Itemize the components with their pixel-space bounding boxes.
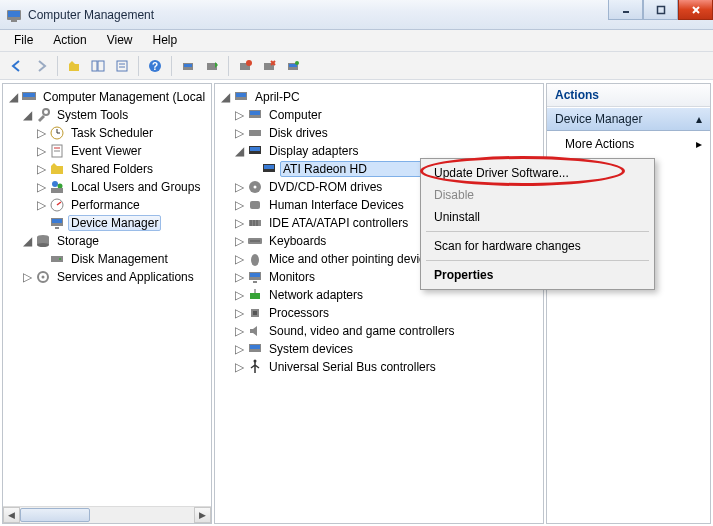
menu-file[interactable]: File <box>4 30 43 51</box>
scope-tree[interactable]: ◢ Computer Management (Local ◢ System To… <box>3 84 211 290</box>
svg-point-47 <box>59 258 61 260</box>
scan-hardware-button[interactable] <box>177 55 199 77</box>
expander-icon[interactable]: ▷ <box>233 127 245 139</box>
menu-action[interactable]: Action <box>43 30 96 51</box>
tools-icon <box>35 107 51 123</box>
tree-label: Processors <box>266 305 332 321</box>
svg-rect-72 <box>250 293 260 299</box>
scroll-right-button[interactable]: ▶ <box>194 507 211 523</box>
expander-icon[interactable]: ◢ <box>7 91 19 103</box>
tree-root-computer-management[interactable]: ◢ Computer Management (Local <box>5 88 211 106</box>
tree-item-disk-management[interactable]: Disk Management <box>5 250 211 268</box>
ctx-separator <box>426 260 649 261</box>
tree-item-shared-folders[interactable]: ▷ Shared Folders <box>5 160 211 178</box>
svg-rect-56 <box>250 147 260 151</box>
expander-icon[interactable]: ▷ <box>233 361 245 373</box>
tree-label: Task Scheduler <box>68 125 156 141</box>
disk-drive-icon <box>247 125 263 141</box>
svg-rect-77 <box>250 345 260 349</box>
expander-icon[interactable]: ◢ <box>219 91 231 103</box>
body-area: ◢ Computer Management (Local ◢ System To… <box>0 80 713 526</box>
ctx-update-driver[interactable]: Update Driver Software... <box>424 162 651 184</box>
scroll-track[interactable] <box>20 507 194 523</box>
scroll-left-button[interactable]: ◀ <box>3 507 20 523</box>
storage-icon <box>35 233 51 249</box>
help-button[interactable]: ? <box>144 55 166 77</box>
tree-item-system-devices[interactable]: ▷ System devices <box>217 340 543 358</box>
expander-icon[interactable]: ▷ <box>233 307 245 319</box>
tree-item-processors[interactable]: ▷ Processors <box>217 304 543 322</box>
h-scrollbar[interactable]: ◀ ▶ <box>3 506 211 523</box>
up-button[interactable] <box>63 55 85 77</box>
tree-item-event-viewer[interactable]: ▷ Event Viewer <box>5 142 211 160</box>
tree-label: Local Users and Groups <box>68 179 203 195</box>
event-viewer-icon <box>49 143 65 159</box>
disable-button[interactable] <box>258 55 280 77</box>
update-driver-button[interactable] <box>201 55 223 77</box>
tree-root-pc[interactable]: ◢ April-PC <box>217 88 543 106</box>
device-tree-panel: ◢ April-PC ▷ Computer ▷ Disk drives ◢ <box>214 83 544 524</box>
tree-label: Sound, video and game controllers <box>266 323 457 339</box>
expander-icon[interactable]: ▷ <box>233 289 245 301</box>
tree-item-computer[interactable]: ▷ Computer <box>217 106 543 124</box>
uninstall-button[interactable] <box>234 55 256 77</box>
expander-icon[interactable]: ▷ <box>233 343 245 355</box>
expander-icon[interactable]: ▷ <box>21 271 33 283</box>
expander-icon[interactable]: ▷ <box>233 109 245 121</box>
tree-item-sound[interactable]: ▷ Sound, video and game controllers <box>217 322 543 340</box>
expander-icon[interactable]: ▷ <box>233 325 245 337</box>
svg-point-45 <box>37 243 49 247</box>
ctx-disable[interactable]: Disable <box>424 184 651 206</box>
expander-icon[interactable]: ▷ <box>233 271 245 283</box>
expander-icon[interactable]: ▷ <box>233 253 245 265</box>
tree-item-usb[interactable]: ▷ Universal Serial Bus controllers <box>217 358 543 376</box>
svg-rect-4 <box>657 6 664 13</box>
display-adapter-icon <box>247 143 263 159</box>
expander-icon[interactable]: ▷ <box>233 217 245 229</box>
ctx-scan[interactable]: Scan for hardware changes <box>424 235 651 257</box>
tree-item-device-manager[interactable]: Device Manager <box>5 214 211 232</box>
minimize-button[interactable] <box>608 0 643 20</box>
window-controls <box>608 0 713 20</box>
close-button[interactable] <box>678 0 713 20</box>
expander-icon[interactable]: ▷ <box>233 235 245 247</box>
tree-item-services-apps[interactable]: ▷ Services and Applications <box>5 268 211 286</box>
users-icon <box>49 179 65 195</box>
tree-label: Disk drives <box>266 125 331 141</box>
tree-item-system-tools[interactable]: ◢ System Tools <box>5 106 211 124</box>
tree-label: Shared Folders <box>68 161 156 177</box>
mouse-icon <box>247 251 263 267</box>
actions-section[interactable]: Device Manager ▴ <box>547 107 710 131</box>
ctx-properties[interactable]: Properties <box>424 264 651 286</box>
expander-icon[interactable]: ▷ <box>35 199 47 211</box>
tree-item-task-scheduler[interactable]: ▷ Task Scheduler <box>5 124 211 142</box>
svg-point-49 <box>42 276 45 279</box>
monitor-icon <box>247 269 263 285</box>
expander-icon[interactable]: ▷ <box>35 181 47 193</box>
expander-icon[interactable]: ▷ <box>35 145 47 157</box>
expander-icon[interactable]: ▷ <box>35 127 47 139</box>
tree-item-storage[interactable]: ◢ Storage <box>5 232 211 250</box>
show-hide-tree-button[interactable] <box>87 55 109 77</box>
actions-more[interactable]: More Actions ▸ <box>547 131 710 157</box>
back-button[interactable] <box>6 55 28 77</box>
svg-rect-10 <box>117 61 127 71</box>
chevron-right-icon: ▸ <box>696 137 702 151</box>
maximize-button[interactable] <box>643 0 678 20</box>
expander-icon[interactable]: ◢ <box>233 145 245 157</box>
forward-button[interactable] <box>30 55 52 77</box>
tree-item-performance[interactable]: ▷ Performance <box>5 196 211 214</box>
expander-icon[interactable]: ▷ <box>233 199 245 211</box>
tree-item-disk-drives[interactable]: ▷ Disk drives <box>217 124 543 142</box>
expander-icon[interactable]: ▷ <box>233 181 245 193</box>
expander-icon[interactable]: ◢ <box>21 235 33 247</box>
expander-icon[interactable]: ◢ <box>21 109 33 121</box>
expander-icon[interactable]: ▷ <box>35 163 47 175</box>
scroll-thumb[interactable] <box>20 508 90 522</box>
properties-button[interactable] <box>111 55 133 77</box>
menu-view[interactable]: View <box>97 30 143 51</box>
enable-button[interactable] <box>282 55 304 77</box>
menu-help[interactable]: Help <box>143 30 188 51</box>
tree-item-local-users[interactable]: ▷ Local Users and Groups <box>5 178 211 196</box>
ctx-uninstall[interactable]: Uninstall <box>424 206 651 228</box>
